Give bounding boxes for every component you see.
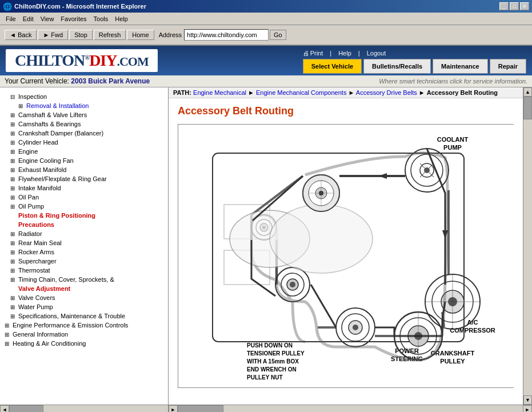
forward-button[interactable]: ► Fwd: [38, 30, 68, 40]
logo: CHILTON®DIY.COM: [15, 51, 149, 69]
sidebar-horiz-thumb[interactable]: [9, 405, 43, 413]
nav-bulletins[interactable]: Bulletins/Recalls: [363, 59, 431, 74]
sidebar-item-valve-covers[interactable]: ⊞ Valve Covers: [0, 293, 168, 302]
crankshaft-label2: PULLEY: [440, 358, 465, 365]
menu-edit[interactable]: Edit: [19, 14, 37, 23]
close-button[interactable]: ✕: [520, 2, 529, 10]
nav-maintenance[interactable]: Maintenance: [433, 59, 488, 74]
spacer-icon: [8, 221, 17, 229]
sidebar-item-cylinder-head[interactable]: ⊞ Cylinder Head: [0, 138, 168, 147]
sidebar-item-exhaust[interactable]: ⊞ Exhaust Manifold: [0, 165, 168, 174]
sidebar-item-crankshaft[interactable]: ⊞ Crankshaft Damper (Balancer): [0, 129, 168, 138]
home-button[interactable]: Home: [127, 30, 154, 40]
sidebar-item-thermostat[interactable]: ⊞ Thermostat: [0, 266, 168, 275]
go-button[interactable]: Go: [270, 30, 286, 40]
sidebar-item-heating[interactable]: ⊞ Heating & Air Conditioning: [0, 339, 168, 348]
stop-button[interactable]: Stop: [69, 30, 93, 40]
breadcrumb-accessory-drive-belts[interactable]: Accessory Drive Belts: [356, 89, 417, 96]
expand-icon: ⊞: [2, 321, 11, 329]
sidebar-label: Water Pump: [17, 303, 53, 310]
sidebar-item-camshaft-valve[interactable]: ⊞ Camshaft & Valve Lifters: [0, 110, 168, 119]
sidebar-item-camshafts[interactable]: ⊞ Camshafts & Bearings: [0, 119, 168, 129]
sidebar-item-water-pump[interactable]: ⊞ Water Pump: [0, 302, 168, 311]
help-link[interactable]: Help: [338, 50, 351, 57]
expand-icon: ⊞: [8, 120, 17, 128]
svg-point-47: [270, 205, 373, 273]
bottom-area: ◄ ► ► Done 🌐 Local intranet: [0, 405, 532, 412]
spacer-icon: [8, 211, 17, 219]
breadcrumb-path-label: PATH:: [173, 89, 191, 96]
expand-icon: ⊞: [16, 102, 25, 110]
menu-view[interactable]: View: [37, 14, 58, 23]
sidebar-scroll-right[interactable]: ►: [169, 405, 178, 413]
alternator-pulley: [303, 175, 339, 211]
menu-file[interactable]: File: [2, 14, 19, 23]
sidebar-label-rear-main: Rear Main Seal: [17, 239, 62, 246]
nav-select-vehicle[interactable]: Select Vehicle: [303, 59, 362, 74]
sidebar-item-supercharger[interactable]: ⊞ Supercharger: [0, 257, 168, 266]
expand-icon: ⊞: [8, 202, 17, 210]
sidebar-label: Cylinder Head: [17, 139, 58, 146]
sidebar-item-precautions[interactable]: Precautions: [0, 220, 168, 229]
sidebar-label: Rocker Arms: [17, 249, 54, 255]
sidebar-label: Valve Covers: [17, 294, 55, 301]
sidebar-item-engine-perf[interactable]: ⊞ Engine Performance & Emission Controls: [0, 321, 168, 330]
sidebar-item-rear-main[interactable]: ⊞ Rear Main Seal: [0, 238, 168, 247]
content-horiz-thumb[interactable]: [178, 405, 223, 413]
expand-icon: ⊞: [8, 157, 17, 165]
logo-area: CHILTON®DIY.COM: [6, 49, 158, 72]
back-button[interactable]: ◄ Back: [5, 30, 37, 40]
toolbar: ◄ Back ► Fwd Stop Refresh Home Address G…: [0, 25, 532, 46]
menu-help[interactable]: Help: [111, 14, 131, 23]
sidebar-label: Heating & Air Conditioning: [11, 340, 86, 347]
sidebar-label: Radiator: [17, 230, 42, 237]
breadcrumb-engine-mechanical[interactable]: Engine Mechanical: [193, 89, 246, 96]
scroll-up-button[interactable]: ▲: [523, 87, 532, 97]
expand-icon: ⊞: [8, 184, 17, 192]
sidebar-item-engine-cooling[interactable]: ⊞ Engine Cooling Fan: [0, 156, 168, 165]
expand-icon: ⊞: [8, 303, 17, 311]
toolbar-nav-buttons: ◄ Back ► Fwd Stop Refresh Home Address G…: [5, 29, 286, 41]
svg-point-23: [353, 325, 358, 330]
sidebar-item-rocker[interactable]: ⊞ Rocker Arms: [0, 247, 168, 257]
sidebar-label: Engine: [17, 148, 38, 155]
sidebar-scroll-left[interactable]: ◄: [0, 405, 9, 413]
scroll-down-button[interactable]: ▼: [523, 395, 532, 405]
menu-favorites[interactable]: Favorites: [57, 14, 90, 23]
window-title: 🌐 ChiltonDIY.com - Microsoft Internet Ex…: [3, 2, 146, 11]
sidebar-label: Specifications, Maintenance & Trouble: [17, 313, 125, 319]
sidebar-item-specs[interactable]: ⊞ Specifications, Maintenance & Trouble: [0, 311, 168, 321]
sidebar-label-piston: Piston & Ring Positioning: [17, 212, 95, 219]
horizontal-scrollbar: ◄ ► ►: [0, 405, 532, 412]
logout-link[interactable]: Logout: [367, 50, 386, 57]
minimize-button[interactable]: _: [499, 2, 509, 10]
sidebar-item-general[interactable]: ⊞ General Information: [0, 330, 168, 339]
sidebar-item-intake[interactable]: ⊞ Intake Manifold: [0, 183, 168, 193]
tensioner-label5: PULLEY NUT: [247, 374, 283, 381]
sidebar-item-flywheel[interactable]: ⊞ Flywheel/Flexplate & Ring Gear: [0, 174, 168, 183]
menu-tools[interactable]: Tools: [90, 14, 112, 23]
sidebar-item-radiator[interactable]: ⊞ Radiator: [0, 229, 168, 238]
sidebar-item-inspection[interactable]: ⊟ Inspection: [0, 92, 168, 101]
header-links: 🖨 Print | Help | Logout: [303, 50, 386, 57]
sidebar-item-timing[interactable]: ⊞ Timing Chain, Cover, Sprockets, &: [0, 275, 168, 284]
maximize-button[interactable]: □: [510, 2, 519, 10]
coolant-pump-label: COOLANT: [437, 136, 469, 143]
sidebar-item-valve-adj[interactable]: Valve Adjustment: [0, 284, 168, 293]
window-controls: _ □ ✕: [499, 2, 529, 10]
ac-compressor-label2: COMPRESSOR: [450, 327, 495, 334]
scroll-thumb[interactable]: [523, 97, 532, 119]
address-bar[interactable]: [184, 29, 269, 41]
sidebar-item-removal[interactable]: ⊞ Removal & Installation: [0, 101, 168, 110]
breadcrumb-engine-mechanical-components[interactable]: Engine Mechanical Components: [256, 89, 346, 96]
sidebar-item-engine[interactable]: ⊞ Engine: [0, 147, 168, 156]
sidebar-item-piston[interactable]: Piston & Ring Positioning: [0, 211, 168, 220]
sidebar-item-oil-pan[interactable]: ⊞ Oil Pan: [0, 193, 168, 202]
refresh-button[interactable]: Refresh: [94, 30, 126, 40]
sidebar-label: Timing Chain, Cover, Sprockets, &: [17, 276, 114, 283]
print-link[interactable]: 🖨 Print: [303, 50, 323, 57]
content-scroll-right[interactable]: ►: [523, 405, 532, 413]
sidebar-item-oil-pump[interactable]: ⊞ Oil Pump: [0, 202, 168, 211]
content-scrollbar: ▲ ▼: [523, 87, 532, 405]
nav-repair[interactable]: Repair: [490, 59, 526, 74]
